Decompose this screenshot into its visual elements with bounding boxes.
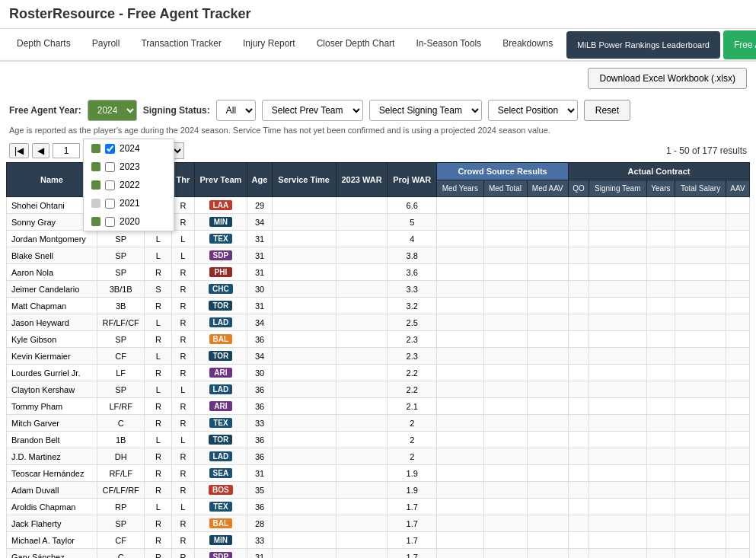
cell-name: Jeimer Candelario: [7, 281, 97, 298]
cell-years: [646, 432, 675, 448]
status-label: Signing Status:: [143, 105, 210, 116]
table-row: Jeimer Candelario 3B/1B S R CHC 30 3.3: [7, 281, 750, 298]
nav-injury-report[interactable]: Injury Report: [232, 29, 306, 60]
cell-med-total: [483, 197, 527, 214]
nav-payroll[interactable]: Payroll: [81, 29, 131, 60]
cell-aav: [726, 499, 750, 515]
cell-pos: C: [97, 549, 145, 559]
cell-med-aav: [527, 331, 569, 348]
cell-bats: R: [145, 482, 172, 499]
year-option-2021[interactable]: 2021: [84, 194, 174, 212]
cell-pos: LF/RF: [97, 398, 145, 415]
cell-thr: R: [172, 482, 194, 499]
cell-med-aav: [527, 432, 569, 448]
cell-war23: [336, 247, 388, 264]
cell-age: 31: [247, 264, 273, 281]
nav-depth-charts[interactable]: Depth Charts: [6, 29, 81, 60]
cell-years: [646, 348, 675, 365]
cell-war23: [336, 499, 388, 515]
col-svc[interactable]: Service Time: [272, 163, 336, 197]
cell-age: 30: [247, 281, 273, 298]
cell-total-salary: [675, 482, 726, 499]
col-aav[interactable]: AAV: [726, 180, 750, 197]
cell-aav: [726, 448, 750, 465]
cell-team: TOR: [194, 432, 247, 448]
cell-qo: [569, 415, 589, 432]
cell-svc: [272, 247, 336, 264]
cell-thr: L: [172, 247, 194, 264]
cell-bats: R: [145, 298, 172, 314]
cell-war23: [336, 231, 388, 247]
cell-pos: SP: [97, 264, 145, 281]
year-option-2024[interactable]: 2024: [84, 139, 174, 158]
page-input[interactable]: [53, 143, 80, 158]
table-row: Teoscar Hernández RF/LF R R SEA 31 1.9: [7, 465, 750, 482]
cell-bats: R: [145, 465, 172, 482]
nav-transaction-tracker[interactable]: Transaction Tracker: [130, 29, 232, 60]
col-proj-war[interactable]: Proj WAR: [388, 163, 437, 197]
col-years[interactable]: Years: [646, 180, 675, 197]
cell-signing-team: [589, 549, 646, 559]
reset-button[interactable]: Reset: [584, 100, 630, 121]
cell-team: SDP: [194, 247, 247, 264]
cell-qo: [569, 314, 589, 331]
nav-free-agent-tracker[interactable]: Free Agent Tracker: [723, 30, 756, 59]
cell-team: BOS: [194, 482, 247, 499]
col-prev-team[interactable]: Prev Team: [194, 163, 247, 197]
cell-thr: L: [172, 231, 194, 247]
cell-qo: [569, 465, 589, 482]
cell-total-salary: [675, 398, 726, 415]
col-med-years[interactable]: Med Years: [437, 180, 483, 197]
status-select[interactable]: All: [216, 100, 256, 121]
cell-thr: R: [172, 465, 194, 482]
nav-breakdowns[interactable]: Breakdowns: [492, 29, 563, 60]
cell-proj-war: 2: [388, 448, 437, 465]
year-select[interactable]: 2024: [88, 100, 137, 121]
col-war23[interactable]: 2023 WAR: [336, 163, 388, 197]
cell-pos: SP: [97, 331, 145, 348]
year-option-2022[interactable]: 2022: [84, 176, 174, 194]
cell-proj-war: 2.5: [388, 314, 437, 331]
cell-med-total: [483, 465, 527, 482]
cell-name: Aaron Nola: [7, 264, 97, 281]
cell-age: 33: [247, 415, 273, 432]
prev-page-button[interactable]: ◀: [32, 143, 49, 158]
page-title: RosterResource - Free Agent Tracker: [9, 6, 747, 22]
nav-milb-power-rankings[interactable]: MiLB Power Rankings Leaderboard: [566, 31, 720, 59]
col-total-salary[interactable]: Total Salary: [675, 180, 726, 197]
signing-team-select[interactable]: Select Signing Team: [369, 100, 482, 121]
col-signing-team[interactable]: Signing Team: [589, 180, 646, 197]
cell-proj-war: 1.9: [388, 465, 437, 482]
cell-team: CHC: [194, 281, 247, 298]
cell-total-salary: [675, 247, 726, 264]
cell-thr: R: [172, 214, 194, 231]
year-option-2023[interactable]: 2023: [84, 158, 174, 176]
col-thr[interactable]: Thr: [172, 163, 194, 197]
download-button[interactable]: Download Excel Workbook (.xlsx): [588, 68, 747, 89]
year-option-2020[interactable]: 2020: [84, 212, 174, 231]
cell-med-aav: [527, 482, 569, 499]
col-qo[interactable]: QO: [569, 180, 589, 197]
prev-team-select[interactable]: Select Prev Team: [262, 100, 363, 121]
nav-in-season-tools[interactable]: In-Season Tools: [405, 29, 492, 60]
cell-age: 34: [247, 314, 273, 331]
col-med-aav[interactable]: Med AAV: [527, 180, 569, 197]
cell-qo: [569, 549, 589, 559]
result-count: 1 - 50 of 177 results: [666, 145, 747, 156]
cell-total-salary: [675, 348, 726, 365]
first-page-button[interactable]: |◀: [9, 143, 29, 158]
cell-med-years: [437, 197, 483, 214]
col-age[interactable]: Age: [247, 163, 273, 197]
cell-qo: [569, 365, 589, 381]
cell-aav: [726, 214, 750, 231]
cell-bats: L: [145, 348, 172, 365]
cell-pos: 3B: [97, 298, 145, 314]
cell-war23: [336, 348, 388, 365]
nav-closer-depth-chart[interactable]: Closer Depth Chart: [306, 29, 406, 60]
cell-signing-team: [589, 281, 646, 298]
col-med-total[interactable]: Med Total: [483, 180, 527, 197]
cell-med-aav: [527, 448, 569, 465]
cell-proj-war: 6.6: [388, 197, 437, 214]
position-select[interactable]: Select Position: [488, 100, 578, 121]
cell-team: ARI: [194, 365, 247, 381]
